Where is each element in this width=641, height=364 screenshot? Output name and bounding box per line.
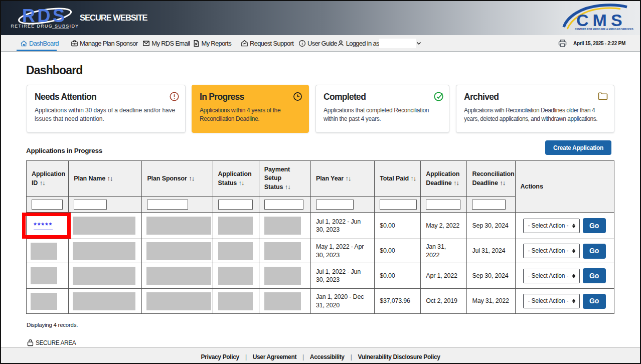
svg-text:CMS: CMS: [576, 11, 626, 30]
svg-text:RDS: RDS: [22, 6, 67, 26]
svg-text:CENTERS FOR MEDICARE & MEDICAI: CENTERS FOR MEDICARE & MEDICAID SERVICES: [575, 28, 633, 31]
svg-text:RETIREE DRUG SUBSIDY: RETIREE DRUG SUBSIDY: [11, 24, 79, 29]
